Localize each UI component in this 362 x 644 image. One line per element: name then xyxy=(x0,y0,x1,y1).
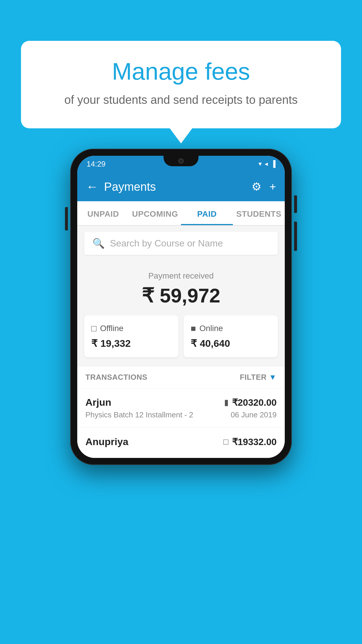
notch xyxy=(164,156,198,166)
card-payment-icon: ▮ xyxy=(224,398,229,407)
offline-amount: ₹ 19,332 xyxy=(91,337,171,349)
online-card: ■ Online ₹ 40,640 xyxy=(184,315,278,357)
transactions-header: TRANSACTIONS FILTER ▼ xyxy=(77,366,285,388)
transaction-amount-wrap: ▮ ₹20320.00 xyxy=(224,397,277,408)
tab-bar: UNPAID UPCOMING PAID STUDENTS xyxy=(77,201,285,226)
phone-outer-frame: 14:29 ▾ ◂ ▐ ← Payments ⚙ + xyxy=(70,149,292,465)
offline-payment-icon: □ xyxy=(224,437,229,447)
offline-card: □ Offline ₹ 19,332 xyxy=(84,315,178,357)
speech-bubble-title: Manage fees xyxy=(44,58,318,85)
speech-bubble: Manage fees of your students and send re… xyxy=(21,41,341,128)
wifi-icon: ▾ xyxy=(259,160,262,168)
online-amount: ₹ 40,640 xyxy=(191,337,271,349)
offline-card-header: □ Offline xyxy=(91,323,171,333)
payment-cards: □ Offline ₹ 19,332 ■ Online ₹ 40,640 xyxy=(84,315,278,357)
transaction-detail: Physics Batch 12 Installment - 2 xyxy=(85,410,193,419)
add-icon[interactable]: + xyxy=(270,181,276,193)
transaction-amount: ₹20320.00 xyxy=(232,397,277,408)
filter-button[interactable]: FILTER ▼ xyxy=(240,373,277,382)
tab-paid[interactable]: PAID xyxy=(181,201,233,225)
payment-summary: Payment received ₹ 59,972 □ Offline ₹ 19… xyxy=(77,261,285,366)
search-icon: 🔍 xyxy=(92,237,105,249)
search-bar[interactable]: 🔍 Search by Course or Name xyxy=(84,232,278,255)
back-button[interactable]: ← xyxy=(86,180,98,194)
settings-icon[interactable]: ⚙ xyxy=(252,180,261,193)
tab-unpaid[interactable]: UNPAID xyxy=(77,201,129,225)
online-card-header: ■ Online xyxy=(191,323,271,333)
payment-received-label: Payment received xyxy=(84,271,278,281)
total-payment-amount: ₹ 59,972 xyxy=(84,284,278,307)
transactions-label: TRANSACTIONS xyxy=(85,373,147,382)
speech-bubble-subtitle: of your students and send receipts to pa… xyxy=(44,92,318,108)
status-time: 14:29 xyxy=(87,160,106,169)
transaction-name: Arjun xyxy=(85,397,111,408)
app-bar-actions: ⚙ + xyxy=(252,180,276,193)
signal-icon: ◂ xyxy=(265,160,268,168)
status-icons: ▾ ◂ ▐ xyxy=(259,160,275,168)
side-button-right-top xyxy=(294,195,297,213)
search-container: 🔍 Search by Course or Name xyxy=(77,226,285,261)
tab-students[interactable]: STUDENTS xyxy=(233,201,285,225)
tab-upcoming[interactable]: UPCOMING xyxy=(129,201,181,225)
status-bar: 14:29 ▾ ◂ ▐ xyxy=(77,156,285,172)
battery-icon: ▐ xyxy=(271,160,275,168)
speech-bubble-container: Manage fees of your students and send re… xyxy=(21,41,341,128)
transaction-row[interactable]: Anupriya □ ₹19332.00 xyxy=(77,428,285,458)
phone-screen: 14:29 ▾ ◂ ▐ ← Payments ⚙ + xyxy=(77,156,285,458)
filter-label: FILTER xyxy=(240,373,267,382)
online-label: Online xyxy=(199,324,223,333)
transaction-top: Anupriya □ ₹19332.00 xyxy=(85,436,277,447)
online-icon: ■ xyxy=(191,323,196,333)
phone-device: 14:29 ▾ ◂ ▐ ← Payments ⚙ + xyxy=(70,149,292,465)
offline-icon: □ xyxy=(91,323,96,333)
app-bar: ← Payments ⚙ + xyxy=(77,172,285,201)
app-bar-title: Payments xyxy=(104,180,246,193)
search-input[interactable]: Search by Course or Name xyxy=(110,238,223,249)
transaction-bottom: Physics Batch 12 Installment - 2 06 June… xyxy=(85,410,277,419)
transaction-top: Arjun ▮ ₹20320.00 xyxy=(85,397,277,408)
camera xyxy=(178,158,184,164)
transaction-amount-wrap: □ ₹19332.00 xyxy=(224,436,277,447)
transaction-row[interactable]: Arjun ▮ ₹20320.00 Physics Batch 12 Insta… xyxy=(77,388,285,428)
transaction-date: 06 June 2019 xyxy=(231,410,277,419)
transaction-name: Anupriya xyxy=(85,436,128,447)
side-button-left xyxy=(65,207,68,230)
transaction-amount: ₹19332.00 xyxy=(232,436,277,447)
offline-label: Offline xyxy=(100,324,123,333)
side-button-right-bottom xyxy=(294,222,297,251)
filter-icon: ▼ xyxy=(269,373,277,382)
